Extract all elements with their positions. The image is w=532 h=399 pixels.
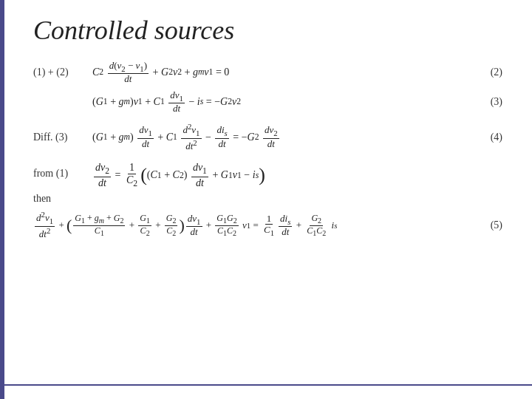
eq2-number: (3) (491, 96, 502, 108)
eq1-label: (1) + (2) (33, 66, 92, 78)
page-title: Controlled sources (33, 15, 510, 46)
bottom-border-decoration (4, 384, 532, 386)
eq1-number: (2) (491, 66, 502, 78)
eq4-label-then: then (33, 193, 92, 205)
eq2-math: (G1 + gm)v1 + C1 dv1 dt − is = −G2v2 (92, 90, 510, 115)
eq3-label: Diff. (3) (33, 132, 92, 143)
eq5-math: d2v1 dt2 + ( G1 + gm + G2 C1 + G1 C2 + (33, 211, 510, 239)
eq4-math: dv2 dt = 1 C2 ( (C1 + C2) dv1 dt + G1v1 … (92, 162, 510, 188)
eq5-number: (5) (491, 219, 502, 231)
left-border-decoration (0, 0, 4, 399)
equation-row-1: (1) + (2) C2 d(v2 − v1) dt + G2v2 + gmv1… (33, 59, 510, 86)
page-container: Controlled sources (1) + (2) C2 d(v2 − v… (0, 0, 532, 399)
equation-row-2: (G1 + gm)v1 + C1 dv1 dt − is = −G2v2 (3) (33, 89, 510, 115)
equation-row-5: d2v1 dt2 + ( G1 + gm + G2 C1 + G1 C2 + (33, 211, 510, 239)
eq3-math: (G1 + gm) dv1 dt + C1 d2v1 dt2 − dis dt (92, 123, 510, 151)
eq1-math: C2 d(v2 − v1) dt + G2v2 + gmv1 = 0 (92, 61, 510, 85)
content-area: (1) + (2) C2 d(v2 − v1) dt + G2v2 + gmv1… (33, 59, 510, 240)
eq4-label-from: from (1) (33, 168, 92, 180)
equation-row-4: from (1) then dv2 dt = 1 C2 ( (C1 + (33, 162, 510, 205)
equation-row-3: Diff. (3) (G1 + gm) dv1 dt + C1 d2v1 dt2… (33, 123, 510, 151)
eq3-number: (4) (491, 132, 502, 143)
